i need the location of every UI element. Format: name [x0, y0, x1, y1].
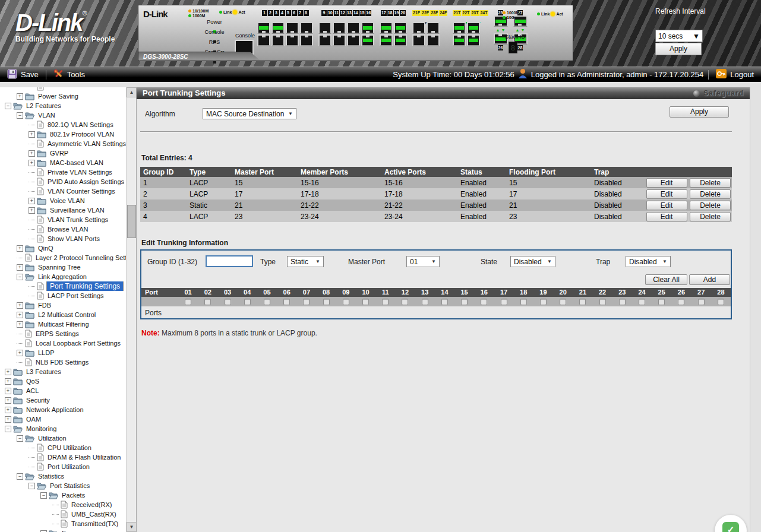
type-select[interactable]: Static▼ — [287, 256, 324, 267]
expand-icon[interactable]: + — [29, 131, 35, 138]
port-checkbox[interactable] — [264, 299, 270, 305]
expand-icon[interactable]: + — [17, 264, 23, 271]
sidebar-item[interactable]: Transmitted(TX) — [0, 519, 126, 528]
sidebar-item-label[interactable]: GVRP — [49, 150, 70, 157]
sidebar-item-label[interactable]: Received(RX) — [70, 501, 113, 508]
sidebar-item[interactable]: +LLDP — [0, 348, 126, 357]
expand-icon[interactable]: + — [17, 302, 23, 309]
expand-icon[interactable]: + — [17, 245, 23, 252]
edit-button[interactable]: Edit — [646, 201, 687, 210]
tools-button[interactable]: Tools — [46, 67, 92, 82]
sidebar-item-label[interactable]: Browse VLAN — [46, 226, 89, 233]
scroll-up-button[interactable]: ▲ — [127, 87, 137, 97]
sidebar-item[interactable]: CPU Utilization — [0, 443, 126, 452]
expand-icon[interactable]: + — [29, 198, 35, 204]
sidebar-item[interactable]: +Voice VLAN — [0, 196, 126, 205]
sidebar-item-label[interactable]: 802.1v Protocol VLAN — [49, 131, 115, 138]
sidebar-item-label[interactable]: Voice VLAN — [49, 197, 86, 204]
sidebar-item-label[interactable]: Multicast Filtering — [37, 321, 90, 328]
sidebar-item[interactable]: Local Loopback Port Settings — [0, 338, 126, 348]
port-checkbox[interactable] — [619, 299, 626, 305]
sidebar-item[interactable]: +FDB — [0, 300, 126, 310]
sidebar-item-label[interactable]: PVID Auto Assign Settings — [46, 178, 125, 185]
sidebar-item[interactable]: −Monitoring — [0, 424, 126, 433]
sidebar-item-label[interactable]: Surveillance VLAN — [49, 207, 106, 214]
scroll-thumb[interactable] — [127, 205, 136, 238]
sidebar-item[interactable]: Private VLAN Settings — [0, 167, 126, 177]
sidebar-item-label[interactable]: Power Saving — [37, 93, 80, 100]
sidebar-item-label[interactable]: L3 Features — [25, 368, 62, 375]
sidebar-item[interactable]: +L2 Multicast Control — [0, 310, 126, 319]
expand-icon[interactable]: + — [17, 321, 23, 328]
expand-icon[interactable]: + — [5, 407, 11, 413]
port-checkbox[interactable] — [303, 299, 310, 305]
logout-button[interactable]: Logout — [709, 67, 761, 82]
sidebar-item[interactable]: +OAM — [0, 414, 126, 424]
sidebar-item-label[interactable]: Network Application — [25, 406, 85, 413]
port-checkbox[interactable] — [718, 299, 724, 305]
sidebar-item-label[interactable]: Statistics — [37, 473, 65, 480]
collapse-icon[interactable]: − — [17, 274, 23, 280]
port-checkbox[interactable] — [461, 299, 468, 305]
port-checkbox[interactable] — [560, 299, 566, 305]
sidebar-item-label[interactable]: Security — [25, 397, 51, 404]
sidebar-scrollbar[interactable]: ▲ ▼ — [126, 87, 136, 532]
sidebar-item-label[interactable]: Monitoring — [25, 425, 58, 432]
edit-button[interactable]: Edit — [646, 178, 687, 188]
port-checkbox[interactable] — [540, 299, 547, 305]
port-checkbox[interactable] — [244, 299, 251, 305]
sidebar-item[interactable]: +ACL — [0, 386, 126, 395]
sidebar-item-label[interactable]: NLB FDB Settings — [34, 359, 90, 366]
collapse-icon[interactable]: − — [5, 426, 11, 432]
collapse-icon[interactable]: − — [17, 473, 23, 480]
refresh-apply-button[interactable]: Apply — [655, 43, 702, 55]
port-checkbox[interactable] — [678, 299, 684, 305]
sidebar-item-label[interactable]: Asymmetric VLAN Settings — [46, 140, 126, 147]
edit-button[interactable]: Edit — [646, 212, 687, 221]
expand-icon[interactable]: + — [17, 312, 23, 318]
expand-icon[interactable]: + — [29, 160, 35, 166]
sidebar-item-label[interactable]: ACL — [25, 387, 40, 394]
expand-icon[interactable]: + — [5, 378, 11, 385]
add-button[interactable]: Add — [689, 274, 730, 285]
sidebar-item[interactable]: Asymmetric VLAN Settings — [0, 139, 126, 148]
port-checkbox[interactable] — [185, 299, 191, 305]
port-checkbox[interactable] — [599, 299, 606, 305]
port-checkbox[interactable] — [402, 299, 408, 305]
sidebar-item[interactable]: ERPS Settings — [0, 329, 126, 338]
sidebar-item-label[interactable]: QoS — [25, 378, 40, 385]
port-checkbox[interactable] — [323, 299, 330, 305]
port-checkbox[interactable] — [579, 299, 586, 305]
sidebar-item-label[interactable]: UMB_Cast(RX) — [70, 511, 118, 518]
sidebar-item-label[interactable]: Link Aggregation — [37, 273, 88, 280]
expand-icon[interactable]: + — [29, 207, 35, 214]
sidebar-item[interactable]: Port Utilization — [0, 462, 126, 471]
collapse-icon[interactable]: − — [40, 492, 47, 499]
port-checkbox[interactable] — [520, 299, 527, 305]
expand-icon[interactable]: + — [5, 388, 11, 394]
sidebar-item-label[interactable]: FDB — [37, 302, 52, 309]
sidebar-item-label[interactable]: Port Trunking Settings — [46, 281, 124, 291]
sidebar-item-label[interactable]: Private VLAN Settings — [46, 169, 113, 176]
collapse-icon[interactable]: − — [29, 483, 35, 489]
sidebar-item-label[interactable]: L2 Features — [25, 102, 62, 109]
sidebar-item[interactable]: −Utilization — [0, 433, 126, 443]
port-checkbox[interactable] — [639, 299, 645, 305]
sidebar-item-label[interactable]: VLAN Counter Settings — [46, 188, 116, 195]
delete-button[interactable]: Delete — [690, 201, 731, 210]
port-checkbox[interactable] — [225, 299, 231, 305]
collapse-icon[interactable]: − — [40, 530, 47, 532]
port-checkbox[interactable] — [204, 299, 211, 305]
sidebar-item-label[interactable]: OAM — [25, 416, 42, 423]
sidebar-item-label[interactable]: 802.1Q VLAN Settings — [46, 121, 115, 128]
sidebar-item-label[interactable]: Transmitted(TX) — [70, 520, 119, 527]
sidebar-item[interactable]: −Statistics — [0, 471, 126, 481]
sidebar-item[interactable]: +L3 Features — [0, 367, 126, 376]
sidebar-item-label[interactable]: QinQ — [37, 245, 55, 252]
port-checkbox[interactable] — [343, 299, 349, 305]
port-checkbox[interactable] — [362, 299, 369, 305]
refresh-interval-select[interactable]: 10 secs▼ — [655, 30, 703, 42]
sidebar-item[interactable]: +Power Saving — [0, 91, 126, 101]
sidebar-item-label[interactable]: DRAM & Flash Utilization — [46, 454, 122, 461]
port-checkbox[interactable] — [441, 299, 448, 305]
